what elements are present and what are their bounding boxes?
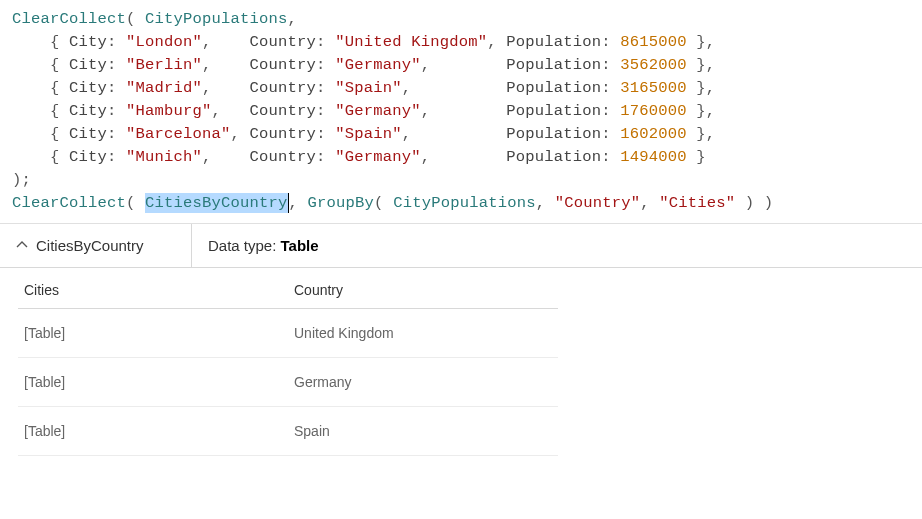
result-name-toggle[interactable]: CitiesByCountry bbox=[0, 224, 192, 267]
cell-cities[interactable]: [Table] bbox=[18, 358, 288, 407]
table-row[interactable]: [Table] Spain bbox=[18, 407, 558, 456]
cell-country: Spain bbox=[288, 407, 558, 456]
result-table-container: Cities Country [Table] United Kingdom [T… bbox=[0, 268, 922, 456]
cell-country: United Kingdom bbox=[288, 309, 558, 358]
cell-cities[interactable]: [Table] bbox=[18, 407, 288, 456]
result-table: Cities Country [Table] United Kingdom [T… bbox=[18, 268, 558, 456]
cell-cities[interactable]: [Table] bbox=[18, 309, 288, 358]
table-header-row: Cities Country bbox=[18, 268, 558, 309]
fn-clearcollect: ClearCollect bbox=[12, 10, 126, 28]
chevron-up-icon bbox=[16, 241, 26, 251]
cell-country: Germany bbox=[288, 358, 558, 407]
table-row[interactable]: [Table] United Kingdom bbox=[18, 309, 558, 358]
result-header-bar: CitiesByCountry Data type: Table bbox=[0, 224, 922, 268]
var-citypopulations: CityPopulations bbox=[145, 10, 288, 28]
result-variable-name: CitiesByCountry bbox=[36, 237, 144, 254]
table-row[interactable]: [Table] Germany bbox=[18, 358, 558, 407]
datatype-label: Data type: Table bbox=[192, 237, 335, 254]
column-header-cities[interactable]: Cities bbox=[18, 268, 288, 309]
formula-editor[interactable]: ClearCollect( CityPopulations, { City: "… bbox=[0, 0, 922, 224]
column-header-country[interactable]: Country bbox=[288, 268, 558, 309]
selected-token: CitiesByCountry bbox=[145, 193, 289, 213]
